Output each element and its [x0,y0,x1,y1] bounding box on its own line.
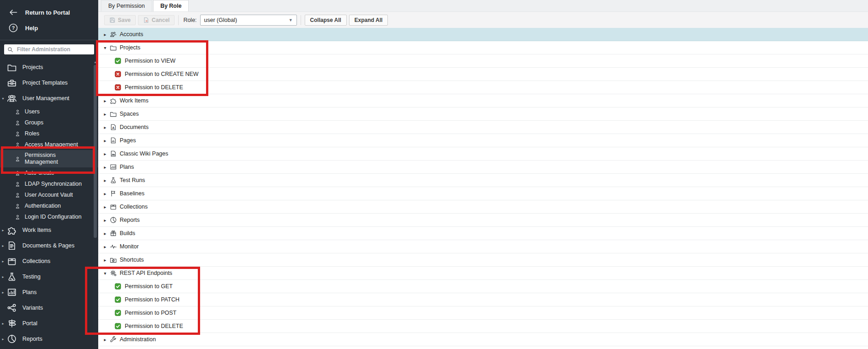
sidebar-item-ldap-synchronization[interactable]: LDAP Synchronization [0,178,98,189]
chevron-right-icon[interactable]: ▸ [102,165,108,170]
permission-granted-icon[interactable] [114,58,122,64]
tree-row-classic-wiki-pages[interactable]: ▸Classic Wiki Pages [98,147,868,161]
chevron-right-icon[interactable]: ▸ [102,218,108,223]
cancel-icon [143,17,149,23]
sidebar-item-permissions-management[interactable]: Permissions Management [0,150,98,167]
tree-row-work-items[interactable]: ▸Work Items [98,94,868,107]
tree-row-collections[interactable]: ▸Collections [98,200,868,214]
tree-row-label: Accounts [120,31,143,38]
tree-row-reports[interactable]: ▸Reports [98,214,868,227]
permission-denied-icon[interactable] [114,71,122,78]
sidebar-item-label: Groups [25,119,43,126]
sidebar-item-users[interactable]: Users [0,106,98,117]
chevron-right-icon[interactable]: ▸ [102,244,108,249]
chevron-right-icon[interactable]: ▸ [102,178,108,183]
scroll-up-icon[interactable]: ▲ [93,60,97,64]
gear-icon [109,269,117,277]
folder-icon [109,110,117,118]
toolbox-icon [6,78,18,88]
sidebar-item-login-id-configuration[interactable]: Login ID Configuration [0,211,98,222]
tree-row-plans[interactable]: ▸Plans [98,161,868,174]
sidebar-item-user-account-vault[interactable]: User Account Vault [0,189,98,200]
chevron-right-icon[interactable]: ▸ [102,231,108,236]
sidebar-scrollbar[interactable]: ▲ [93,60,97,348]
permission-denied-icon[interactable] [114,84,122,91]
folder-star-icon [109,256,117,263]
chevron-right-icon[interactable]: ▸ [102,204,108,209]
sidebar: Return to Portal ? Help ProjectsProject … [0,0,98,349]
user-icon [14,181,21,187]
help-button[interactable]: ? Help [0,20,98,36]
role-select[interactable]: user (Global) ▼ [200,15,297,26]
chevron-right-icon[interactable]: ▸ [102,138,108,143]
tree-row-baselines[interactable]: ▸Baselines [98,187,868,200]
sidebar-item-portal[interactable]: ▸Portal [0,316,98,331]
permission-granted-icon[interactable] [114,296,122,303]
chevron-right-icon[interactable]: ▸ [102,337,108,342]
user-icon [14,192,21,198]
sidebar-item-user-management[interactable]: ▾User Management [0,91,98,106]
chevron-right-icon[interactable]: ▸ [102,32,108,37]
sidebar-scrollbar-thumb[interactable] [94,65,97,238]
tree-row-permission-to-patch[interactable]: Permission to PATCH [98,293,868,306]
sidebar-item-work-items[interactable]: ▸Work Items [0,222,98,238]
sidebar-item-label: Collections [22,258,50,264]
chevron-down-icon[interactable]: ▾ [102,271,108,276]
tree-row-shortcuts[interactable]: ▸Shortcuts [98,253,868,267]
chevron-right-icon: ▸ [0,275,6,279]
tree-row-permission-to-delete[interactable]: Permission to DELETE [98,81,868,94]
sidebar-item-projects[interactable]: Projects [0,59,98,75]
sidebar-item-plans[interactable]: ▸Plans [0,285,98,300]
tree-row-administration[interactable]: ▸Administration [98,333,868,346]
cancel-button[interactable]: Cancel [138,15,175,25]
chevron-right-icon[interactable]: ▸ [102,98,108,103]
tree-row-pages[interactable]: ▸Pages [98,134,868,147]
expand-all-button[interactable]: Expand All [349,15,388,26]
sidebar-item-reports[interactable]: ▸Reports [0,331,98,347]
sidebar-item-documents-pages[interactable]: ▸Documents & Pages [0,238,98,253]
tree-row-accounts[interactable]: ▸Accounts [98,28,868,41]
tree-row-test-runs[interactable]: ▸Test Runs [98,174,868,187]
permission-granted-icon[interactable] [114,310,122,317]
sidebar-item-label: Documents & Pages [22,242,74,249]
tree-row-monitor[interactable]: ▸Monitor [98,240,868,253]
sidebar-item-variants[interactable]: Variants [0,300,98,316]
sidebar-item-label: Project Templates [22,80,68,86]
sidebar-item-auto-create[interactable]: Auto-create [0,167,98,178]
chevron-right-icon[interactable]: ▸ [102,191,108,196]
svg-text:?: ? [12,25,15,31]
tree-row-permission-to-get[interactable]: Permission to GET [98,280,868,293]
tree-row-permission-to-view[interactable]: Permission to VIEW [98,54,868,68]
chevron-down-icon[interactable]: ▾ [102,45,108,50]
chevron-right-icon[interactable]: ▸ [102,125,108,130]
chevron-right-icon[interactable]: ▸ [102,151,108,156]
signpost-icon [6,318,18,328]
tree-row-spaces[interactable]: ▸Spaces [98,107,868,121]
tree-row-permission-to-post[interactable]: Permission to POST [98,306,868,320]
sidebar-item-access-management[interactable]: Access Management [0,139,98,150]
collapse-all-button[interactable]: Collapse All [305,15,347,26]
tab-by-permission[interactable]: By Permission [101,0,152,11]
permission-granted-icon[interactable] [114,283,122,290]
sidebar-item-project-templates[interactable]: Project Templates [0,75,98,91]
return-to-portal-button[interactable]: Return to Portal [0,5,98,20]
tree-row-builds[interactable]: ▸Builds [98,227,868,240]
permission-granted-icon[interactable] [114,323,122,330]
box-icon [6,256,18,266]
tree-row-documents[interactable]: ▸ADocuments [98,121,868,134]
users-group-icon [6,93,18,103]
sidebar-item-collections[interactable]: ▸Collections [0,253,98,269]
sidebar-item-groups[interactable]: Groups [0,117,98,128]
sidebar-item-testing[interactable]: ▸Testing [0,269,98,285]
chevron-right-icon[interactable]: ▸ [102,258,108,263]
tree-row-permission-to-delete[interactable]: Permission to DELETE [98,320,868,333]
tree-row-projects[interactable]: ▾Projects [98,41,868,54]
sidebar-item-authentication[interactable]: Authentication [0,200,98,211]
tree-row-rest-api-endpoints[interactable]: ▾REST API Endpoints [98,267,868,280]
search-input[interactable] [16,46,91,53]
save-button[interactable]: Save [104,15,136,25]
tab-by-role[interactable]: By Role [153,0,189,11]
chevron-right-icon[interactable]: ▸ [102,112,108,117]
tree-row-permission-to-create-new[interactable]: Permission to CREATE NEW [98,68,868,81]
sidebar-item-roles[interactable]: Roles [0,128,98,139]
